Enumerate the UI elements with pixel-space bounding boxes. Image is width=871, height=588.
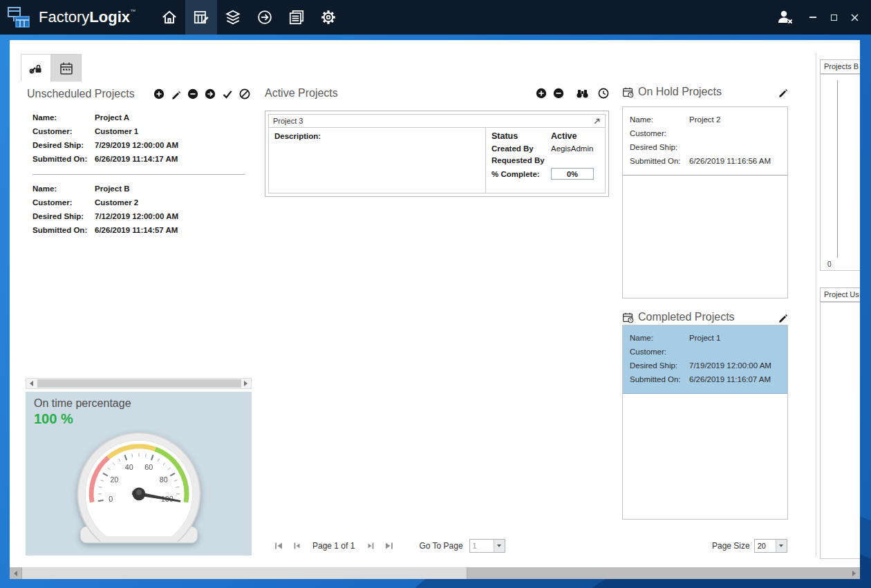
planning-icon[interactable] xyxy=(185,0,217,35)
logout-user-icon[interactable] xyxy=(769,0,800,35)
edit-project-icon[interactable] xyxy=(171,89,181,99)
field-label: Name: xyxy=(32,182,95,196)
project-name: Project 2 xyxy=(689,113,782,126)
status-label: Status xyxy=(491,131,551,141)
navigation-icon[interactable] xyxy=(249,0,281,35)
close-icon xyxy=(851,14,859,21)
close-button[interactable] xyxy=(846,0,863,35)
completed-project-item-selected[interactable]: Name:Project 1 Customer: Desired Ship:7/… xyxy=(623,325,787,394)
project-customer xyxy=(689,126,782,140)
trademark: ™ xyxy=(130,8,135,15)
field-label: Desired Ship: xyxy=(630,359,689,372)
scroll-left-arrow[interactable] xyxy=(10,567,21,579)
tab-scheduling[interactable] xyxy=(51,54,82,82)
on-hold-project-item[interactable]: Name:Project 2 Customer: Desired Ship: S… xyxy=(623,107,787,176)
view-tabs xyxy=(21,54,82,82)
unscheduled-projects-list: Name:Project A Customer:Customer 1 Desir… xyxy=(26,104,252,378)
field-label: Name: xyxy=(32,111,95,124)
active-project-card[interactable]: Project 3 Description: StatusActive Crea… xyxy=(268,114,606,193)
on-hold-projects-header: On Hold Projects xyxy=(622,83,788,101)
on-time-value: 100 % xyxy=(26,410,252,427)
page-size-dropdown-button[interactable] xyxy=(776,540,787,552)
maximize-button[interactable] xyxy=(825,0,842,35)
gauge-tick-label: 60 xyxy=(144,463,153,471)
scrollbar-thumb[interactable] xyxy=(21,567,467,579)
project-name: Project A xyxy=(95,111,246,124)
project-customer xyxy=(689,345,782,359)
edit-completed-icon[interactable] xyxy=(778,312,788,323)
home-icon[interactable] xyxy=(153,0,185,35)
add-project-icon[interactable] xyxy=(153,88,165,99)
previous-page-button[interactable] xyxy=(290,541,302,551)
calendar-clock-icon xyxy=(622,86,634,98)
window-frame: Unscheduled Projects Name:Project A Cust… xyxy=(0,35,871,588)
project-desired-ship: 7/19/2019 12:00:00 AM xyxy=(689,359,782,372)
go-to-page-dropdown-button[interactable] xyxy=(494,540,505,552)
page-indicator: Page 1 of 1 xyxy=(312,541,355,551)
main-horizontal-scrollbar[interactable] xyxy=(10,567,860,579)
first-page-button[interactable] xyxy=(272,541,284,551)
page-size-control: Page Size 20 xyxy=(712,539,787,553)
page-size-combobox[interactable]: 20 xyxy=(754,539,787,553)
field-label: Customer: xyxy=(630,345,689,359)
scroll-right-arrow[interactable] xyxy=(848,567,860,579)
on-time-gauge: 0 20 40 60 80 100 xyxy=(50,427,227,549)
projects-by-panel-tab[interactable]: Projects B xyxy=(820,59,860,74)
go-to-page-label: Go To Page xyxy=(419,541,462,551)
gauge-tick-label: 80 xyxy=(159,475,167,484)
percent-complete-input[interactable]: 0% xyxy=(551,168,594,180)
project-desired-ship: 7/12/2019 12:00:00 AM xyxy=(95,209,246,223)
field-label: Desired Ship: xyxy=(32,138,95,152)
project-customer: Customer 1 xyxy=(95,124,246,138)
calendar-clock-icon xyxy=(622,312,634,323)
cancel-slash-icon[interactable] xyxy=(239,88,250,99)
page-size-value[interactable]: 20 xyxy=(755,540,776,552)
edit-on-hold-icon[interactable] xyxy=(778,87,788,97)
expand-card-icon[interactable] xyxy=(593,117,601,125)
on-hold-title: On Hold Projects xyxy=(638,86,722,98)
chart-y-axis xyxy=(837,80,838,258)
remove-active-icon[interactable] xyxy=(553,88,564,99)
scrollbar-thumb[interactable] xyxy=(37,379,241,388)
last-page-button[interactable] xyxy=(383,541,395,551)
settings-gear-icon[interactable] xyxy=(312,0,344,35)
completed-projects-header: Completed Projects xyxy=(622,308,788,326)
go-to-page-value[interactable]: 1 xyxy=(470,540,494,552)
percent-complete-label: % Complete: xyxy=(491,170,551,178)
add-active-icon[interactable] xyxy=(536,88,547,99)
remove-project-icon[interactable] xyxy=(187,88,198,99)
history-clock-icon[interactable] xyxy=(598,88,609,99)
field-label: Submitted On: xyxy=(32,152,95,166)
scroll-right-arrow[interactable] xyxy=(241,379,251,388)
minimize-button[interactable] xyxy=(805,0,821,35)
on-time-percentage-panel: On time percentage 100 % xyxy=(26,392,252,556)
field-label: Submitted On: xyxy=(32,223,95,237)
unscheduled-horizontal-scrollbar[interactable] xyxy=(26,378,252,389)
brand-logix: Logix xyxy=(89,8,130,26)
scroll-left-arrow[interactable] xyxy=(26,379,37,388)
materials-icon[interactable] xyxy=(217,0,249,35)
tab-engineering[interactable] xyxy=(21,54,51,82)
project-usage-panel-tab[interactable]: Project Us xyxy=(820,287,860,302)
panel-splitter[interactable] xyxy=(816,53,816,557)
activate-project-icon[interactable] xyxy=(205,88,216,99)
field-label: Submitted On: xyxy=(630,372,689,386)
chevron-down-icon xyxy=(497,544,501,547)
search-binoculars-icon[interactable] xyxy=(576,88,589,99)
next-page-button[interactable] xyxy=(365,541,377,551)
documents-icon[interactable] xyxy=(281,0,312,35)
main-content: Unscheduled Projects Name:Project A Cust… xyxy=(10,40,860,579)
unscheduled-project-item[interactable]: Name:Project A Customer:Customer 1 Desir… xyxy=(26,104,252,174)
on-time-title: On time percentage xyxy=(26,392,252,410)
project-submitted-on: 6/26/2019 11:16:07 AM xyxy=(689,372,782,386)
unscheduled-projects-panel: Unscheduled Projects Name:Project A Cust… xyxy=(26,84,252,389)
gauge-tick-label: 40 xyxy=(124,463,133,471)
approve-check-icon[interactable] xyxy=(222,88,233,99)
unscheduled-project-item[interactable]: Name:Project B Customer:Customer 2 Desir… xyxy=(26,175,252,245)
field-label: Customer: xyxy=(32,196,95,209)
factorylogix-logo-icon xyxy=(6,4,32,30)
calendar-icon xyxy=(59,61,73,75)
on-hold-projects-list: Name:Project 2 Customer: Desired Ship: S… xyxy=(622,106,788,298)
go-to-page-combobox[interactable]: 1 xyxy=(469,539,505,553)
field-label: Desired Ship: xyxy=(630,140,689,154)
